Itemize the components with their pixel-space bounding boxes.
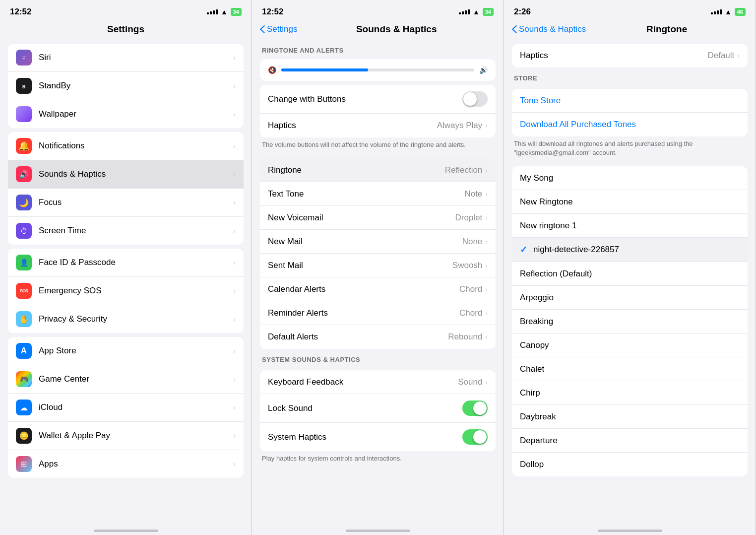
download-tones-row[interactable]: Download All Purchased Tones: [512, 113, 748, 136]
time-1: 12:52: [10, 7, 31, 17]
back-button-3[interactable]: Sounds & Haptics: [512, 24, 586, 34]
system-haptics-toggle[interactable]: [462, 429, 488, 445]
my-song-row[interactable]: My Song: [512, 166, 748, 190]
settings-item-faceid[interactable]: 👤 Face ID & Passcode ›: [8, 249, 244, 277]
sent-mail-chevron: ›: [485, 262, 488, 269]
system-sounds-group: Keyboard Feedback Sound › Lock Sound Sys…: [260, 370, 496, 451]
haptics-p3-row[interactable]: Haptics Default ›: [512, 44, 748, 67]
reminder-alerts-chevron: ›: [485, 309, 488, 317]
system-haptics-label: System Haptics: [268, 432, 462, 442]
settings-item-screentime[interactable]: ⏱ Screen Time ›: [8, 217, 244, 245]
store-group: Tone Store Download All Purchased Tones: [512, 89, 748, 136]
settings-item-wallpaper[interactable]: Wallpaper ›: [8, 100, 244, 128]
canopy-row[interactable]: Canopy: [512, 334, 748, 357]
page-title-1: Settings: [8, 24, 244, 35]
reflection-row[interactable]: Reflection (Default): [512, 262, 748, 286]
settings-item-gamecenter[interactable]: 🎮 Game Center ›: [8, 365, 244, 394]
change-with-buttons-row[interactable]: Change with Buttons: [260, 85, 496, 114]
departure-label: Departure: [520, 436, 740, 446]
settings-item-standby[interactable]: s StandBy ›: [8, 72, 244, 100]
settings-item-appstore[interactable]: A App Store ›: [8, 337, 244, 365]
change-buttons-toggle[interactable]: [462, 91, 488, 107]
chalet-row[interactable]: Chalet: [512, 357, 748, 381]
volume-low-icon: 🔇: [268, 66, 276, 74]
sos-label: Emergency SOS: [39, 286, 233, 296]
time-2: 12:52: [262, 7, 283, 17]
dollop-row[interactable]: Dollop: [512, 453, 748, 476]
text-tone-row[interactable]: Text Tone Note ›: [260, 182, 496, 206]
tone-store-row[interactable]: Tone Store: [512, 89, 748, 113]
wifi-icon-3: ▲: [725, 8, 732, 16]
battery-2: 34: [483, 8, 494, 16]
icloud-chevron: ›: [233, 403, 236, 411]
settings-item-privacy[interactable]: ✋ Privacy & Security ›: [8, 305, 244, 333]
nav-bar-2: Settings Sounds & Haptics: [252, 21, 504, 40]
faceid-label: Face ID & Passcode: [39, 258, 233, 268]
reminder-alerts-row[interactable]: Reminder Alerts Chord ›: [260, 301, 496, 325]
status-bar-2: 12:52 ▲ 34: [252, 0, 504, 21]
settings-item-sos[interactable]: SOS Emergency SOS ›: [8, 277, 244, 305]
wifi-icon: ▲: [221, 8, 228, 16]
new-ringtone-1-label: New ringtone 1: [520, 221, 740, 231]
chirp-label: Chirp: [520, 388, 740, 398]
back-button-2[interactable]: Settings: [260, 24, 297, 34]
ringtone-row[interactable]: Ringtone Reflection ›: [260, 158, 496, 182]
volume-slider-row[interactable]: 🔇 🔊: [260, 59, 496, 81]
settings-item-focus[interactable]: 🌙 Focus ›: [8, 189, 244, 217]
appstore-icon: A: [16, 343, 32, 359]
settings-item-notifications[interactable]: 🔔 Notifications ›: [8, 132, 244, 160]
haptics-group: Haptics Default ›: [512, 44, 748, 67]
ringtone-row-value: Reflection: [445, 165, 483, 175]
standby-label: StandBy: [39, 81, 233, 91]
daybreak-row[interactable]: Daybreak: [512, 405, 748, 429]
calendar-alerts-chevron: ›: [485, 285, 488, 293]
haptics-row[interactable]: Haptics Always Play ›: [260, 114, 496, 137]
sos-icon: SOS: [16, 283, 32, 299]
privacy-label: Privacy & Security: [39, 314, 233, 324]
settings-item-icloud[interactable]: ☁ iCloud ›: [8, 394, 244, 422]
appstore-label: App Store: [39, 346, 233, 356]
settings-item-apps[interactable]: ⊞ Apps ›: [8, 450, 244, 478]
sounds-label: Sounds & Haptics: [39, 169, 233, 179]
calendar-alerts-row[interactable]: Calendar Alerts Chord ›: [260, 277, 496, 301]
system-haptics-row[interactable]: System Haptics: [260, 423, 496, 451]
privacy-chevron: ›: [233, 315, 236, 323]
keyboard-feedback-row[interactable]: Keyboard Feedback Sound ›: [260, 370, 496, 394]
sent-mail-row[interactable]: Sent Mail Swoosh ›: [260, 254, 496, 277]
new-mail-row[interactable]: New Mail None ›: [260, 230, 496, 254]
new-ringtone-1-row[interactable]: New ringtone 1: [512, 214, 748, 238]
breaking-row[interactable]: Breaking: [512, 310, 748, 334]
lock-sound-toggle[interactable]: [462, 401, 488, 416]
arpeggio-label: Arpeggio: [520, 293, 740, 303]
standby-icon: s: [16, 78, 32, 94]
new-ringtone-row[interactable]: New Ringtone: [512, 190, 748, 214]
screentime-chevron: ›: [233, 227, 236, 235]
default-alerts-row[interactable]: Default Alerts Rebound ›: [260, 325, 496, 349]
wallet-icon: 🪙: [16, 428, 32, 444]
chirp-row[interactable]: Chirp: [512, 381, 748, 405]
privacy-icon: ✋: [16, 311, 32, 327]
dollop-label: Dollop: [520, 460, 740, 469]
settings-item-sounds[interactable]: 🔊 Sounds & Haptics ›: [8, 160, 244, 189]
status-icons-2: ▲ 34: [459, 8, 494, 16]
reflection-label: Reflection (Default): [520, 269, 740, 279]
settings-item-siri[interactable]: Siri ›: [8, 44, 244, 72]
reminder-alerts-value: Chord: [459, 308, 482, 318]
settings-list[interactable]: Siri › s StandBy › Wallpaper › 🔔 Notific…: [0, 40, 252, 521]
lock-sound-row[interactable]: Lock Sound: [260, 394, 496, 423]
notifications-label: Notifications: [39, 141, 233, 151]
new-voicemail-row[interactable]: New Voicemail Droplet ›: [260, 206, 496, 230]
settings-item-wallet[interactable]: 🪙 Wallet & Apple Pay ›: [8, 422, 244, 450]
notifications-chevron: ›: [233, 142, 236, 150]
back-chevron-icon-2: [260, 25, 265, 33]
text-tone-label: Text Tone: [268, 189, 464, 199]
ringtone-toggle-group: Change with Buttons Haptics Always Play …: [260, 85, 496, 137]
haptics-row-chevron: ›: [485, 122, 488, 130]
settings-panel: 12:52 ▲ 34 Settings Siri ›: [0, 0, 252, 535]
arpeggio-row[interactable]: Arpeggio: [512, 286, 748, 310]
departure-row[interactable]: Departure: [512, 429, 748, 453]
gamecenter-chevron: ›: [233, 375, 236, 383]
night-detective-row[interactable]: ✓ night-detective-226857: [512, 238, 748, 262]
download-tones-label: Download All Purchased Tones: [520, 120, 636, 130]
volume-slider[interactable]: [281, 68, 474, 71]
